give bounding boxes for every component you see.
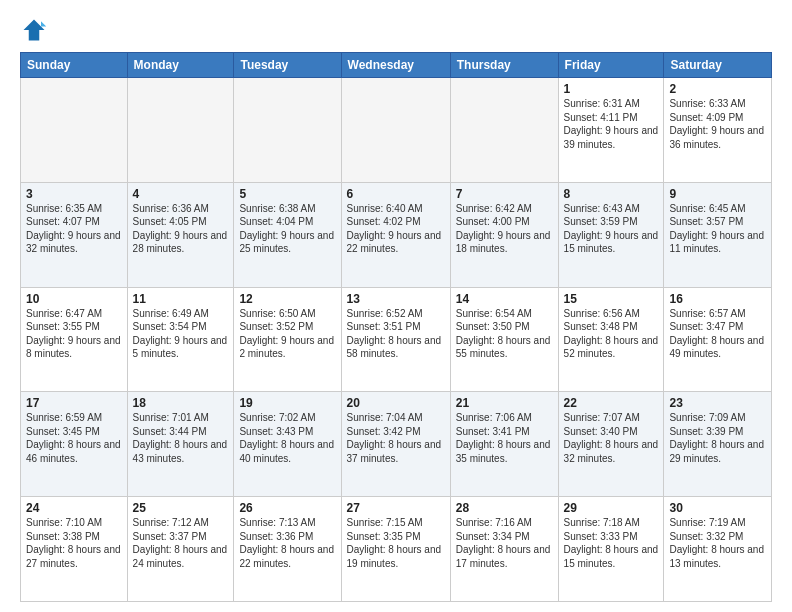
- calendar-cell: [234, 78, 341, 183]
- day-detail: Sunrise: 6:43 AM Sunset: 3:59 PM Dayligh…: [564, 202, 659, 256]
- calendar-cell: 27Sunrise: 7:15 AM Sunset: 3:35 PM Dayli…: [341, 497, 450, 602]
- calendar-cell: 11Sunrise: 6:49 AM Sunset: 3:54 PM Dayli…: [127, 287, 234, 392]
- calendar-cell: 3Sunrise: 6:35 AM Sunset: 4:07 PM Daylig…: [21, 182, 128, 287]
- day-number: 26: [239, 501, 335, 515]
- calendar-cell: 22Sunrise: 7:07 AM Sunset: 3:40 PM Dayli…: [558, 392, 664, 497]
- day-detail: Sunrise: 6:35 AM Sunset: 4:07 PM Dayligh…: [26, 202, 122, 256]
- calendar-table: SundayMondayTuesdayWednesdayThursdayFrid…: [20, 52, 772, 602]
- calendar-cell: 7Sunrise: 6:42 AM Sunset: 4:00 PM Daylig…: [450, 182, 558, 287]
- day-detail: Sunrise: 7:09 AM Sunset: 3:39 PM Dayligh…: [669, 411, 766, 465]
- calendar-cell: 15Sunrise: 6:56 AM Sunset: 3:48 PM Dayli…: [558, 287, 664, 392]
- day-number: 21: [456, 396, 553, 410]
- calendar-cell: 23Sunrise: 7:09 AM Sunset: 3:39 PM Dayli…: [664, 392, 772, 497]
- day-number: 12: [239, 292, 335, 306]
- calendar-cell: [450, 78, 558, 183]
- day-detail: Sunrise: 6:57 AM Sunset: 3:47 PM Dayligh…: [669, 307, 766, 361]
- logo-icon: [20, 16, 48, 44]
- day-number: 4: [133, 187, 229, 201]
- calendar-cell: 6Sunrise: 6:40 AM Sunset: 4:02 PM Daylig…: [341, 182, 450, 287]
- day-detail: Sunrise: 6:45 AM Sunset: 3:57 PM Dayligh…: [669, 202, 766, 256]
- day-number: 6: [347, 187, 445, 201]
- day-number: 7: [456, 187, 553, 201]
- day-number: 27: [347, 501, 445, 515]
- calendar-week-1: 3Sunrise: 6:35 AM Sunset: 4:07 PM Daylig…: [21, 182, 772, 287]
- col-header-friday: Friday: [558, 53, 664, 78]
- day-detail: Sunrise: 6:38 AM Sunset: 4:04 PM Dayligh…: [239, 202, 335, 256]
- day-detail: Sunrise: 7:10 AM Sunset: 3:38 PM Dayligh…: [26, 516, 122, 570]
- calendar-cell: 28Sunrise: 7:16 AM Sunset: 3:34 PM Dayli…: [450, 497, 558, 602]
- calendar-cell: 16Sunrise: 6:57 AM Sunset: 3:47 PM Dayli…: [664, 287, 772, 392]
- day-detail: Sunrise: 6:31 AM Sunset: 4:11 PM Dayligh…: [564, 97, 659, 151]
- day-detail: Sunrise: 6:52 AM Sunset: 3:51 PM Dayligh…: [347, 307, 445, 361]
- page: SundayMondayTuesdayWednesdayThursdayFrid…: [0, 0, 792, 612]
- day-number: 5: [239, 187, 335, 201]
- day-detail: Sunrise: 7:13 AM Sunset: 3:36 PM Dayligh…: [239, 516, 335, 570]
- day-detail: Sunrise: 7:18 AM Sunset: 3:33 PM Dayligh…: [564, 516, 659, 570]
- calendar-week-2: 10Sunrise: 6:47 AM Sunset: 3:55 PM Dayli…: [21, 287, 772, 392]
- day-detail: Sunrise: 6:56 AM Sunset: 3:48 PM Dayligh…: [564, 307, 659, 361]
- day-number: 11: [133, 292, 229, 306]
- calendar-cell: 20Sunrise: 7:04 AM Sunset: 3:42 PM Dayli…: [341, 392, 450, 497]
- day-number: 13: [347, 292, 445, 306]
- col-header-saturday: Saturday: [664, 53, 772, 78]
- day-detail: Sunrise: 7:06 AM Sunset: 3:41 PM Dayligh…: [456, 411, 553, 465]
- col-header-thursday: Thursday: [450, 53, 558, 78]
- calendar-cell: 4Sunrise: 6:36 AM Sunset: 4:05 PM Daylig…: [127, 182, 234, 287]
- day-detail: Sunrise: 7:12 AM Sunset: 3:37 PM Dayligh…: [133, 516, 229, 570]
- day-detail: Sunrise: 6:49 AM Sunset: 3:54 PM Dayligh…: [133, 307, 229, 361]
- calendar-cell: 2Sunrise: 6:33 AM Sunset: 4:09 PM Daylig…: [664, 78, 772, 183]
- day-detail: Sunrise: 6:40 AM Sunset: 4:02 PM Dayligh…: [347, 202, 445, 256]
- col-header-wednesday: Wednesday: [341, 53, 450, 78]
- calendar-cell: 12Sunrise: 6:50 AM Sunset: 3:52 PM Dayli…: [234, 287, 341, 392]
- calendar-cell: 10Sunrise: 6:47 AM Sunset: 3:55 PM Dayli…: [21, 287, 128, 392]
- col-header-sunday: Sunday: [21, 53, 128, 78]
- calendar-cell: 29Sunrise: 7:18 AM Sunset: 3:33 PM Dayli…: [558, 497, 664, 602]
- logo: [20, 16, 52, 44]
- day-number: 30: [669, 501, 766, 515]
- calendar-cell: [21, 78, 128, 183]
- calendar-week-4: 24Sunrise: 7:10 AM Sunset: 3:38 PM Dayli…: [21, 497, 772, 602]
- day-detail: Sunrise: 7:15 AM Sunset: 3:35 PM Dayligh…: [347, 516, 445, 570]
- day-number: 10: [26, 292, 122, 306]
- day-detail: Sunrise: 7:04 AM Sunset: 3:42 PM Dayligh…: [347, 411, 445, 465]
- day-number: 24: [26, 501, 122, 515]
- day-detail: Sunrise: 6:47 AM Sunset: 3:55 PM Dayligh…: [26, 307, 122, 361]
- calendar-cell: 17Sunrise: 6:59 AM Sunset: 3:45 PM Dayli…: [21, 392, 128, 497]
- col-header-tuesday: Tuesday: [234, 53, 341, 78]
- calendar-cell: 25Sunrise: 7:12 AM Sunset: 3:37 PM Dayli…: [127, 497, 234, 602]
- day-number: 25: [133, 501, 229, 515]
- day-number: 9: [669, 187, 766, 201]
- day-detail: Sunrise: 7:01 AM Sunset: 3:44 PM Dayligh…: [133, 411, 229, 465]
- day-detail: Sunrise: 6:59 AM Sunset: 3:45 PM Dayligh…: [26, 411, 122, 465]
- day-number: 18: [133, 396, 229, 410]
- col-header-monday: Monday: [127, 53, 234, 78]
- calendar-header-row: SundayMondayTuesdayWednesdayThursdayFrid…: [21, 53, 772, 78]
- calendar-week-3: 17Sunrise: 6:59 AM Sunset: 3:45 PM Dayli…: [21, 392, 772, 497]
- day-number: 15: [564, 292, 659, 306]
- calendar-cell: 24Sunrise: 7:10 AM Sunset: 3:38 PM Dayli…: [21, 497, 128, 602]
- calendar-week-0: 1Sunrise: 6:31 AM Sunset: 4:11 PM Daylig…: [21, 78, 772, 183]
- day-detail: Sunrise: 6:54 AM Sunset: 3:50 PM Dayligh…: [456, 307, 553, 361]
- day-detail: Sunrise: 7:16 AM Sunset: 3:34 PM Dayligh…: [456, 516, 553, 570]
- day-number: 16: [669, 292, 766, 306]
- day-number: 29: [564, 501, 659, 515]
- calendar-cell: 8Sunrise: 6:43 AM Sunset: 3:59 PM Daylig…: [558, 182, 664, 287]
- day-number: 8: [564, 187, 659, 201]
- day-detail: Sunrise: 6:42 AM Sunset: 4:00 PM Dayligh…: [456, 202, 553, 256]
- calendar-cell: 1Sunrise: 6:31 AM Sunset: 4:11 PM Daylig…: [558, 78, 664, 183]
- calendar-cell: 5Sunrise: 6:38 AM Sunset: 4:04 PM Daylig…: [234, 182, 341, 287]
- header: [20, 16, 772, 44]
- calendar-cell: 19Sunrise: 7:02 AM Sunset: 3:43 PM Dayli…: [234, 392, 341, 497]
- calendar-cell: 30Sunrise: 7:19 AM Sunset: 3:32 PM Dayli…: [664, 497, 772, 602]
- calendar-cell: 18Sunrise: 7:01 AM Sunset: 3:44 PM Dayli…: [127, 392, 234, 497]
- calendar-cell: 21Sunrise: 7:06 AM Sunset: 3:41 PM Dayli…: [450, 392, 558, 497]
- day-detail: Sunrise: 6:33 AM Sunset: 4:09 PM Dayligh…: [669, 97, 766, 151]
- day-number: 14: [456, 292, 553, 306]
- day-number: 3: [26, 187, 122, 201]
- day-number: 19: [239, 396, 335, 410]
- day-detail: Sunrise: 7:02 AM Sunset: 3:43 PM Dayligh…: [239, 411, 335, 465]
- calendar-cell: [127, 78, 234, 183]
- day-number: 2: [669, 82, 766, 96]
- day-number: 28: [456, 501, 553, 515]
- day-number: 20: [347, 396, 445, 410]
